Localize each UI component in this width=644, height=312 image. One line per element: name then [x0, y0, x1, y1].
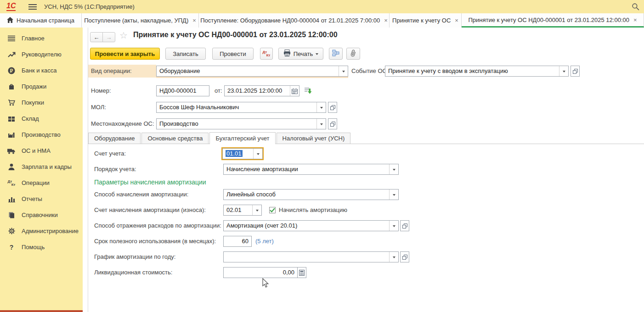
sidebar-item-zarplata-i-kadry[interactable]: Зарплата и кадры — [0, 159, 83, 175]
tab-postuplenie-doc[interactable]: Поступление: Оборудование НД00-000004 от… — [199, 13, 390, 28]
number-input[interactable]: НД00-000001 — [156, 85, 209, 96]
related-documents-button[interactable] — [329, 48, 343, 60]
paperclip-icon — [350, 50, 356, 58]
depr-account-input[interactable]: 02.01 — [223, 205, 262, 216]
dt-kt-icon: ДтКт — [7, 179, 16, 187]
close-icon[interactable]: × — [455, 17, 458, 24]
sidebar-item-operacii[interactable]: ДтКт Операции — [0, 175, 83, 191]
sidebar-item-glavnoe[interactable]: Главное — [0, 30, 83, 46]
back-button[interactable]: ← — [90, 32, 103, 42]
sidebar-item-sklad[interactable]: Склад — [0, 111, 83, 127]
sidebar-item-spravochniki[interactable]: Справочники — [0, 207, 83, 223]
date-input[interactable]: 23.01.2025 12:00:00 — [224, 85, 299, 96]
operation-label: Вид операции: — [91, 66, 132, 77]
dropdown-button[interactable] — [253, 149, 262, 159]
schedule-open-button[interactable] — [400, 251, 409, 262]
open-link-icon — [402, 223, 407, 228]
dropdown-button[interactable] — [316, 119, 326, 129]
question-icon: ? — [7, 244, 16, 251]
printer-icon — [283, 50, 291, 58]
useful-life-label: Срок полезного использования (в месяцах)… — [94, 236, 216, 247]
number-label: Номер: — [91, 85, 111, 96]
method-input[interactable]: Линейный способ — [223, 189, 399, 200]
document-green-arrow-icon — [304, 87, 312, 95]
tab-home[interactable]: Начальная страница — [0, 13, 82, 28]
tab-osnovnye-sredstva[interactable]: Основные средства — [141, 133, 209, 144]
tab-buhgalterskiy-uchet[interactable]: Бухгалтерский учет — [209, 132, 275, 144]
liquidation-calc-button[interactable] — [297, 267, 306, 278]
close-icon[interactable]: × — [633, 17, 637, 23]
os-event-open-button[interactable] — [571, 66, 580, 77]
warehouse-grid-icon — [7, 116, 16, 122]
svg-text:Р: Р — [10, 68, 13, 73]
attachments-button[interactable] — [346, 48, 360, 60]
checkmark-icon — [270, 208, 275, 212]
dropdown-button[interactable] — [389, 189, 398, 200]
app-logo-1c: 1С — [6, 2, 16, 11]
dropdown-button[interactable] — [559, 66, 568, 76]
tab-postuplenie-list[interactable]: Поступление (акты, накладные, УПД) × — [82, 13, 199, 28]
schedule-input[interactable] — [223, 251, 399, 262]
page-title: Принятие к учету ОС НД00-000001 от 23.01… — [133, 31, 338, 39]
mouse-cursor — [262, 278, 269, 290]
sidebar-item-otchety[interactable]: Отчеты — [0, 191, 83, 207]
liquidation-input[interactable]: 0,00 — [223, 267, 298, 278]
show-postings-dtkt-button[interactable]: ДтКт — [260, 48, 273, 60]
sidebar-item-pokupki[interactable]: Покупки — [0, 95, 83, 111]
open-link-icon — [573, 69, 578, 74]
tab-oborudovanie[interactable]: Оборудование — [88, 133, 141, 144]
order-input[interactable]: Начисление амортизации — [223, 164, 399, 175]
books-icon — [7, 212, 16, 218]
expense-method-open-button[interactable] — [400, 220, 409, 231]
accrue-depreciation-checkbox[interactable] — [269, 207, 276, 213]
post-and-close-button[interactable]: Провести и закрыть — [90, 48, 160, 60]
set-current-date-button[interactable] — [304, 87, 312, 96]
post-button[interactable]: Провести — [212, 48, 254, 60]
useful-life-hint: (5 лет) — [255, 236, 274, 247]
expense-method-input[interactable]: Амортизация (счет 20.01) — [223, 220, 399, 231]
mol-open-button[interactable] — [328, 102, 337, 113]
open-link-icon — [330, 122, 335, 127]
dropdown-button[interactable] — [316, 102, 326, 112]
tab-prinyatie-list[interactable]: Принятие к учету ОС × — [390, 13, 462, 28]
main-menu-icon[interactable] — [28, 4, 37, 12]
save-button[interactable]: Записать — [165, 48, 206, 60]
sidebar-item-bank-i-kassa[interactable]: Р Банк и касса — [0, 62, 83, 78]
dropdown-button[interactable] — [339, 66, 348, 76]
dropdown-button[interactable] — [389, 164, 398, 174]
dropdown-button[interactable] — [252, 205, 261, 215]
tab-nalogovyy-uchet[interactable]: Налоговый учет (УСН) — [277, 133, 351, 144]
gear-icon — [7, 228, 16, 234]
favorite-star-icon[interactable]: ☆ — [119, 30, 128, 41]
depr-account-label: Счет начисления амортизации (износа): — [94, 205, 206, 216]
location-label: Местонахождение ОС: — [91, 118, 154, 129]
mol-label: МОЛ: — [91, 102, 106, 113]
useful-life-input[interactable]: 60 — [223, 236, 252, 247]
sidebar-item-prodazhi[interactable]: Продажи — [0, 78, 83, 95]
location-input[interactable]: Производство — [156, 118, 326, 129]
window-title: УСН, НДС 5% (1С:Предприятие) — [44, 3, 135, 10]
close-icon[interactable]: × — [192, 17, 196, 24]
print-button[interactable]: Печать — [278, 48, 323, 60]
close-icon[interactable]: × — [384, 17, 388, 24]
location-open-button[interactable] — [328, 118, 337, 129]
truck-icon — [7, 148, 16, 154]
operation-input[interactable]: Оборудование — [156, 66, 348, 77]
dropdown-button[interactable] — [389, 252, 398, 262]
person-icon — [7, 163, 16, 170]
sidebar-item-proizvodstvo[interactable]: Производство — [0, 127, 83, 143]
sidebar-item-rukovoditelyu[interactable]: Руководителю — [0, 46, 83, 62]
sidebar-item-pomosch[interactable]: ? Помощь — [0, 239, 83, 255]
tab-prinyatie-doc[interactable]: Принятие к учету ОС НД00-000001 от 23.01… — [462, 13, 644, 28]
dropdown-button[interactable] — [389, 221, 398, 231]
order-label: Порядок учета: — [94, 164, 136, 175]
open-link-icon — [330, 105, 335, 110]
search-icon[interactable] — [632, 3, 639, 12]
sidebar-item-os-i-nma[interactable]: ОС и НМА — [0, 143, 83, 159]
forward-button[interactable]: → — [102, 32, 115, 42]
account-input[interactable]: 01.01 — [222, 148, 263, 159]
calendar-button[interactable] — [290, 86, 299, 96]
mol-input[interactable]: Боссов Шеф Начальникович — [156, 102, 326, 113]
sidebar-item-administrirovanie[interactable]: Администрирование — [0, 223, 83, 239]
os-event-input[interactable]: Принятие к учету с вводом в эксплуатацию — [385, 66, 569, 77]
